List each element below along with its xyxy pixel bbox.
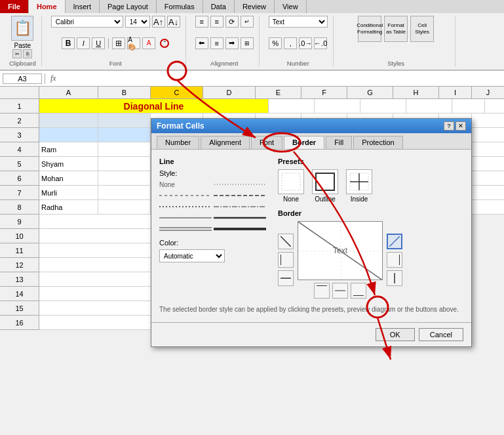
row-header-3[interactable]: 3 — [0, 128, 39, 142]
increase-font-btn[interactable]: A↑ — [152, 16, 165, 28]
col-header-d[interactable]: D — [203, 87, 256, 98]
cell-j4[interactable] — [472, 142, 504, 157]
cell-reference-input[interactable] — [3, 73, 42, 84]
decrease-font-btn[interactable]: A↓ — [167, 16, 180, 28]
tab-review[interactable]: Review — [235, 0, 275, 13]
border-btn-horizontal[interactable] — [278, 270, 294, 286]
align-top-right-btn[interactable]: ⟳ — [225, 16, 239, 28]
tab-file[interactable]: File — [0, 0, 29, 13]
cell-b2[interactable] — [98, 114, 151, 128]
dialog-tab-fill[interactable]: Fill — [326, 136, 352, 149]
col-header-g[interactable]: G — [347, 87, 393, 98]
preset-outline[interactable]: Outline — [312, 169, 338, 203]
col-header-a[interactable]: A — [39, 87, 98, 98]
dialog-tab-font[interactable]: Font — [251, 136, 282, 149]
align-left-btn[interactable]: ⬅ — [195, 37, 208, 49]
percent-btn[interactable]: % — [269, 37, 282, 49]
cell-j2[interactable] — [472, 114, 504, 128]
col-header-c[interactable]: C — [151, 87, 203, 98]
cell-a7[interactable]: Murli — [39, 186, 98, 200]
dialog-close-btn[interactable]: ✕ — [456, 121, 466, 131]
dialog-help-btn[interactable]: ? — [444, 121, 454, 131]
cell-a8[interactable]: Radha — [39, 200, 98, 215]
cancel-button[interactable]: Cancel — [419, 328, 463, 341]
col-header-i[interactable]: I — [439, 87, 472, 98]
cell-b4[interactable] — [98, 142, 151, 157]
line-style-medium[interactable] — [214, 213, 267, 222]
border-btn-diagonal-up[interactable] — [387, 234, 402, 249]
tab-page-layout[interactable]: Page Layout — [100, 0, 157, 13]
border-btn-vertical[interactable] — [387, 270, 402, 286]
conditional-formatting-button[interactable]: Conditional Formatting — [358, 16, 381, 42]
cell-b3[interactable] — [98, 128, 151, 142]
border-btn-diagonal-down[interactable] — [278, 234, 294, 249]
cell-j5[interactable] — [472, 157, 504, 171]
tab-home[interactable]: Home — [29, 0, 66, 13]
cell-e1[interactable] — [269, 99, 315, 114]
ok-button[interactable]: OK — [376, 328, 415, 341]
formula-input[interactable] — [62, 74, 501, 83]
color-select[interactable]: Automatic — [159, 249, 225, 262]
preset-none[interactable]: None — [278, 169, 304, 203]
row-header-1[interactable]: 1 — [0, 99, 39, 114]
cell-i1[interactable] — [452, 99, 485, 114]
dialog-tab-alignment[interactable]: Alignment — [201, 136, 250, 149]
row-header-5[interactable]: 5 — [0, 157, 39, 171]
cell-j3[interactable] — [472, 128, 504, 142]
dialog-tab-border[interactable]: Border — [284, 136, 324, 149]
line-style-dashed-fine[interactable] — [159, 191, 212, 200]
row-header-2[interactable]: 2 — [0, 114, 39, 128]
col-header-b[interactable]: B — [98, 87, 151, 98]
tab-formulas[interactable]: Formulas — [157, 0, 203, 13]
line-style-thin[interactable] — [159, 213, 212, 222]
line-style-dot-dash[interactable] — [214, 202, 267, 211]
cell-f1[interactable] — [315, 99, 360, 114]
cell-b7[interactable] — [98, 186, 151, 200]
font-size-select[interactable]: 14 — [125, 16, 150, 28]
bold-button[interactable]: B — [62, 37, 75, 49]
cell-g1[interactable] — [360, 99, 406, 114]
border-preview-box[interactable]: Text — [298, 221, 383, 280]
align-top-center-btn[interactable]: ≡ — [210, 16, 223, 28]
fx-icon[interactable]: fx — [48, 73, 59, 83]
border-btn-inner-h[interactable] — [332, 283, 348, 299]
border-btn-left[interactable] — [278, 252, 294, 268]
align-center-btn[interactable]: ≡ — [210, 37, 223, 49]
comma-btn[interactable]: , — [284, 37, 297, 49]
tab-view[interactable]: View — [275, 0, 307, 13]
line-style-dotted-medium[interactable] — [159, 202, 212, 211]
cell-j6[interactable] — [472, 171, 504, 186]
align-top-left-btn[interactable]: ≡ — [195, 16, 208, 28]
line-style-double[interactable] — [159, 224, 212, 234]
font-color-button[interactable]: A — [142, 37, 155, 49]
col-header-j[interactable]: J — [472, 87, 504, 98]
cell-j8[interactable] — [472, 200, 504, 215]
cut-button[interactable]: ✂ — [12, 49, 22, 58]
font-name-select[interactable]: Calibri — [51, 16, 123, 28]
cell-styles-button[interactable]: Cell Styles — [410, 16, 434, 42]
col-header-e[interactable]: E — [256, 87, 301, 98]
row-header-6[interactable]: 6 — [0, 171, 39, 186]
cell-j7[interactable] — [472, 186, 504, 200]
fill-color-button[interactable]: A🎨 — [127, 37, 140, 49]
tab-insert[interactable]: Insert — [66, 0, 100, 13]
cell-a3[interactable] — [39, 128, 98, 142]
cell-h1[interactable] — [406, 99, 452, 114]
line-style-dotted-fine[interactable] — [214, 180, 267, 189]
preset-inside[interactable]: Inside — [346, 169, 372, 203]
border-btn-bottom[interactable] — [351, 283, 366, 299]
line-style-none[interactable]: None — [159, 180, 212, 189]
tab-data[interactable]: Data — [203, 0, 235, 13]
italic-button[interactable]: I — [77, 37, 90, 49]
dialog-tab-number[interactable]: Number — [157, 136, 199, 149]
col-header-f[interactable]: F — [301, 87, 347, 98]
wrap-text-btn[interactable]: ↵ — [241, 16, 254, 28]
cell-b6[interactable] — [98, 171, 151, 186]
cell-j1[interactable] — [485, 99, 504, 114]
line-style-dashed-medium[interactable] — [214, 191, 267, 200]
border-button[interactable]: ⊞ — [112, 37, 125, 49]
cell-a4[interactable]: Ram — [39, 142, 98, 157]
row-header-7[interactable]: 7 — [0, 186, 39, 200]
decrease-decimal-btn[interactable]: ←.0 — [314, 37, 327, 49]
cell-b5[interactable] — [98, 157, 151, 171]
